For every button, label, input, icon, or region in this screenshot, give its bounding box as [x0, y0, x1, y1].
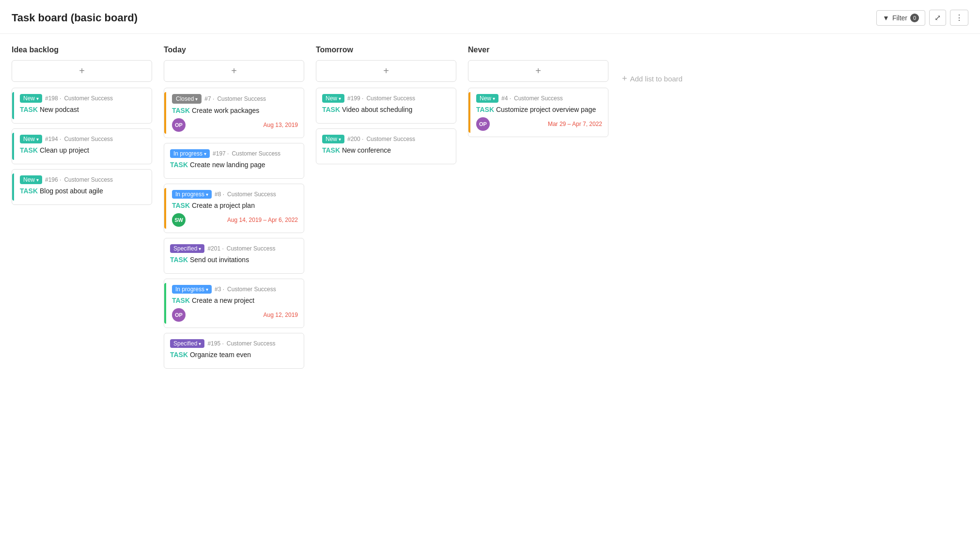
card-project: Customer Success: [514, 95, 563, 102]
task-label: TASK: [172, 202, 190, 209]
more-icon: ⋮: [955, 13, 963, 22]
card-number: #8 ·: [215, 191, 224, 198]
plus-icon: +: [622, 74, 627, 84]
task-label: TASK: [172, 107, 190, 114]
card-project: Customer Success: [227, 191, 276, 198]
task-label: TASK: [20, 187, 38, 195]
card-title: TASK New conference: [322, 146, 450, 154]
card-meta: Specified ▾#201 · Customer Success: [170, 244, 298, 253]
add-card-button-never[interactable]: +: [468, 60, 608, 82]
card-project: Customer Success: [366, 136, 415, 142]
card-title: TASK Create a new project: [172, 297, 298, 304]
card-title: TASK Create new landing page: [170, 161, 298, 169]
chevron-icon: ▾: [36, 137, 39, 142]
expand-button[interactable]: ⤢: [929, 10, 946, 26]
status-badge[interactable]: New ▾: [322, 94, 344, 103]
card-project: Customer Success: [64, 95, 113, 102]
card-number: #196 ·: [45, 176, 61, 183]
task-card[interactable]: Specified ▾#195 · Customer SuccessTASK O…: [164, 333, 304, 369]
status-badge[interactable]: New ▾: [476, 94, 498, 103]
card-number: #195 ·: [207, 340, 223, 347]
task-card[interactable]: New ▾#4 · Customer SuccessTASK Customize…: [468, 88, 608, 137]
status-badge[interactable]: New ▾: [20, 175, 42, 184]
card-status-bar: [164, 283, 166, 324]
column-idea-backlog: Idea backlog+New ▾#198 · Customer Succes…: [12, 46, 152, 210]
card-project: Customer Success: [64, 136, 113, 142]
status-badge[interactable]: New ▾: [322, 135, 344, 143]
card-project: Customer Success: [217, 95, 266, 102]
column-title-tomorrow: Tomorrow: [316, 46, 456, 54]
column-today: Today+Closed ▾#7 · Customer SuccessTASK …: [164, 46, 304, 374]
card-number: #198 ·: [45, 95, 61, 102]
column-never: Never+New ▾#4 · Customer SuccessTASK Cus…: [468, 46, 608, 142]
task-card[interactable]: In progress ▾#197 · Customer SuccessTASK…: [164, 143, 304, 179]
card-number: #194 ·: [45, 136, 61, 142]
card-meta: New ▾#196 · Customer Success: [20, 175, 146, 184]
add-card-button-today[interactable]: +: [164, 60, 304, 82]
card-title: TASK Blog post about agile: [20, 187, 146, 195]
task-card[interactable]: In progress ▾#3 · Customer SuccessTASK C…: [164, 279, 304, 328]
task-label: TASK: [20, 106, 38, 113]
card-meta: New ▾#198 · Customer Success: [20, 94, 146, 103]
status-badge[interactable]: Closed ▾: [172, 94, 202, 104]
chevron-icon: ▾: [206, 192, 208, 197]
status-badge[interactable]: Specified ▾: [170, 244, 204, 253]
card-number: #201 ·: [207, 245, 223, 252]
chevron-icon: ▾: [199, 341, 201, 346]
add-card-button-idea-backlog[interactable]: +: [12, 60, 152, 82]
task-card[interactable]: New ▾#200 · Customer SuccessTASK New con…: [316, 128, 456, 164]
card-status-bar: [12, 133, 14, 160]
task-label: TASK: [322, 106, 340, 113]
card-project: Customer Success: [64, 176, 113, 183]
card-date: Aug 13, 2019: [264, 122, 298, 128]
task-label: TASK: [322, 146, 340, 154]
card-meta: In progress ▾#197 · Customer Success: [170, 149, 298, 158]
task-card[interactable]: In progress ▾#8 · Customer SuccessTASK C…: [164, 184, 304, 233]
column-tomorrow: Tomorrow+New ▾#199 · Customer SuccessTAS…: [316, 46, 456, 169]
task-card[interactable]: Specified ▾#201 · Customer SuccessTASK S…: [164, 238, 304, 274]
status-badge[interactable]: Specified ▾: [170, 339, 204, 348]
page-title: Task board (basic board): [12, 12, 138, 24]
task-label: TASK: [170, 351, 188, 359]
task-label: TASK: [170, 161, 188, 169]
card-number: #4 ·: [501, 95, 511, 102]
expand-icon: ⤢: [934, 13, 941, 22]
card-meta: New ▾#200 · Customer Success: [322, 135, 450, 143]
status-badge[interactable]: In progress ▾: [172, 285, 212, 294]
chevron-icon: ▾: [339, 96, 341, 101]
task-card[interactable]: Closed ▾#7 · Customer SuccessTASK Create…: [164, 88, 304, 138]
add-list-label: Add list to board: [630, 75, 683, 83]
filter-button[interactable]: ▼ Filter 0: [876, 10, 925, 26]
card-date: Aug 12, 2019: [264, 312, 298, 318]
chevron-icon: ▾: [195, 96, 198, 102]
card-project: Customer Success: [366, 95, 415, 102]
status-badge[interactable]: In progress ▾: [172, 190, 212, 199]
card-meta: New ▾#194 · Customer Success: [20, 135, 146, 143]
task-card[interactable]: New ▾#194 · Customer SuccessTASK Clean u…: [12, 128, 152, 164]
avatar: OP: [172, 308, 186, 322]
more-button[interactable]: ⋮: [950, 10, 968, 26]
task-label: TASK: [170, 256, 188, 264]
card-title: TASK Send out invitations: [170, 256, 298, 264]
card-project: Customer Success: [227, 340, 276, 347]
status-badge[interactable]: New ▾: [20, 94, 42, 103]
card-project: Customer Success: [227, 286, 276, 293]
card-title: TASK Organize team even: [170, 351, 298, 359]
chevron-icon: ▾: [206, 287, 208, 292]
card-status-bar: [164, 188, 166, 229]
card-number: #199 ·: [347, 95, 363, 102]
avatar: SW: [172, 213, 186, 227]
status-badge[interactable]: New ▾: [20, 135, 42, 143]
add-list-button[interactable]: +Add list to board: [620, 70, 684, 88]
card-title: TASK Create work packages: [172, 107, 298, 114]
task-card[interactable]: New ▾#199 · Customer SuccessTASK Video a…: [316, 88, 456, 124]
status-badge[interactable]: In progress ▾: [170, 149, 210, 158]
card-meta: In progress ▾#3 · Customer Success: [172, 285, 298, 294]
card-footer: OPMar 29 – Apr 7, 2022: [476, 117, 602, 131]
card-title: TASK Customize project overview page: [476, 106, 602, 113]
card-project: Customer Success: [227, 245, 276, 252]
chevron-icon: ▾: [339, 137, 341, 142]
task-card[interactable]: New ▾#198 · Customer SuccessTASK New pod…: [12, 88, 152, 124]
add-card-button-tomorrow[interactable]: +: [316, 60, 456, 82]
task-card[interactable]: New ▾#196 · Customer SuccessTASK Blog po…: [12, 169, 152, 205]
